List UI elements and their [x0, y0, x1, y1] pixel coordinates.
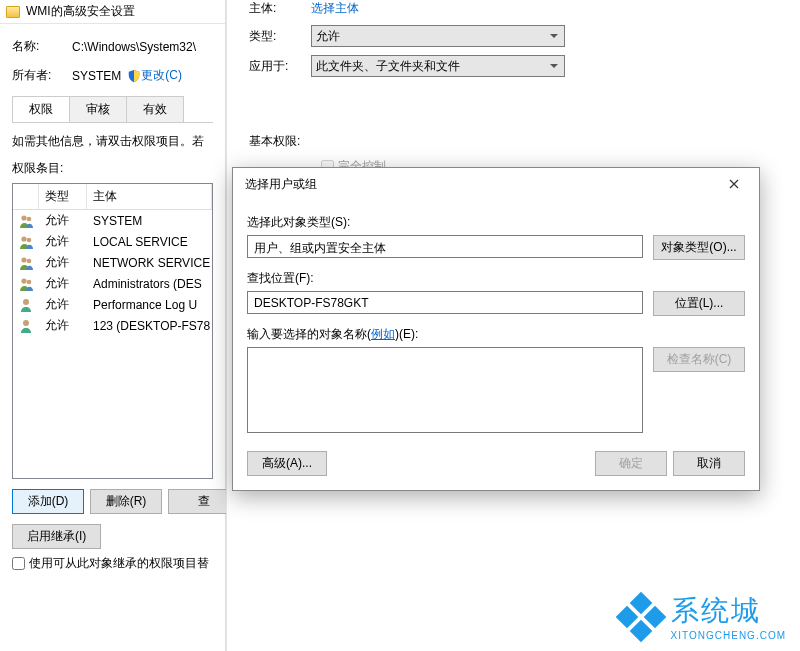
add-button[interactable]: 添加(D)	[12, 489, 84, 514]
user-icon	[13, 318, 39, 334]
advanced-security-window: WMI的高级安全设置 名称: C:\Windows\System32\ 所有者:…	[0, 0, 226, 651]
svg-point-3	[27, 237, 32, 242]
row-principal: LOCAL SERVICE	[87, 235, 212, 249]
cancel-button[interactable]: 取消	[673, 451, 745, 476]
svg-point-1	[27, 216, 32, 221]
owner-value: SYSTEM	[72, 69, 121, 83]
window-title: WMI的高级安全设置	[26, 3, 135, 20]
close-icon	[729, 179, 739, 189]
locations-button[interactable]: 位置(L)...	[653, 291, 745, 316]
table-row[interactable]: 允许Performance Log U	[13, 294, 212, 315]
dialog-title: 选择用户或组	[245, 176, 317, 193]
owner-label: 所有者:	[12, 67, 72, 84]
row-principal: 123 (DESKTOP-FS78	[87, 319, 212, 333]
name-value: C:\Windows\System32\	[72, 40, 196, 54]
user-icon	[13, 234, 39, 250]
window-titlebar[interactable]: WMI的高级安全设置	[0, 0, 225, 24]
svg-point-0	[21, 215, 26, 220]
table-row[interactable]: 允许123 (DESKTOP-FS78	[13, 315, 212, 336]
folder-icon	[6, 6, 20, 18]
table-row[interactable]: 允许NETWORK SERVICE	[13, 252, 212, 273]
select-principal-link[interactable]: 选择主体	[311, 0, 359, 17]
principal-label: 主体:	[249, 0, 311, 17]
applies-label: 应用于:	[249, 58, 311, 75]
info-text: 如需其他信息，请双击权限项目。若	[12, 123, 213, 154]
object-type-field: 用户、组或内置安全主体	[247, 235, 643, 258]
watermark-url: XITONGCHENG.COM	[671, 630, 786, 641]
advanced-button[interactable]: 高级(A)...	[247, 451, 327, 476]
object-type-label: 选择此对象类型(S):	[247, 214, 745, 231]
watermark-text: 系统城	[671, 595, 761, 626]
svg-point-9	[23, 320, 29, 326]
tab-strip: 权限 审核 有效	[12, 96, 213, 123]
object-types-button[interactable]: 对象类型(O)...	[653, 235, 745, 260]
replace-inherit-label: 使用可从此对象继承的权限项目替	[29, 555, 209, 572]
row-principal: Administrators (DES	[87, 277, 212, 291]
close-button[interactable]	[717, 174, 751, 194]
ok-button[interactable]: 确定	[595, 451, 667, 476]
svg-point-2	[21, 236, 26, 241]
tab-auditing[interactable]: 审核	[69, 96, 127, 122]
replace-inherit-checkbox[interactable]	[12, 557, 25, 570]
entries-label: 权限条目:	[12, 154, 213, 183]
example-link[interactable]: 例如	[371, 327, 395, 341]
watermark: 系统城 XITONGCHENG.COM	[619, 592, 786, 641]
row-type: 允许	[39, 317, 87, 334]
row-type: 允许	[39, 275, 87, 292]
shield-icon	[127, 69, 141, 83]
logo-icon	[619, 595, 663, 639]
check-names-button[interactable]: 检查名称(C)	[653, 347, 745, 372]
svg-point-8	[23, 299, 29, 305]
row-type: 允许	[39, 254, 87, 271]
row-principal: Performance Log U	[87, 298, 212, 312]
object-names-label: 输入要选择的对象名称(例如)(E):	[247, 326, 745, 343]
list-header: 类型 主体	[13, 184, 212, 210]
user-icon	[13, 213, 39, 229]
svg-point-6	[21, 278, 26, 283]
svg-point-7	[27, 279, 32, 284]
col-type[interactable]: 类型	[39, 184, 87, 209]
object-names-input[interactable]	[247, 347, 643, 433]
remove-button[interactable]: 删除(R)	[90, 489, 162, 514]
table-row[interactable]: 允许SYSTEM	[13, 210, 212, 231]
tab-permissions[interactable]: 权限	[12, 96, 70, 122]
svg-point-4	[21, 257, 26, 262]
table-row[interactable]: 允许Administrators (DES	[13, 273, 212, 294]
row-type: 允许	[39, 233, 87, 250]
applies-select[interactable]: 此文件夹、子文件夹和文件	[311, 55, 565, 77]
location-label: 查找位置(F):	[247, 270, 745, 287]
user-icon	[13, 276, 39, 292]
row-type: 允许	[39, 212, 87, 229]
row-principal: SYSTEM	[87, 214, 212, 228]
basic-perm-label: 基本权限:	[249, 133, 778, 150]
type-select[interactable]: 允许	[311, 25, 565, 47]
type-label: 类型:	[249, 28, 311, 45]
change-owner-link[interactable]: 更改(C)	[141, 67, 182, 84]
user-icon	[13, 297, 39, 313]
name-label: 名称:	[12, 38, 72, 55]
row-principal: NETWORK SERVICE	[87, 256, 212, 270]
user-icon	[13, 255, 39, 271]
col-principal[interactable]: 主体	[87, 184, 212, 209]
tab-effective[interactable]: 有效	[126, 96, 184, 122]
select-user-group-dialog: 选择用户或组 选择此对象类型(S): 用户、组或内置安全主体 对象类型(O)..…	[232, 167, 760, 491]
row-type: 允许	[39, 296, 87, 313]
permission-list[interactable]: 类型 主体 允许SYSTEM允许LOCAL SERVICE允许NETWORK S…	[12, 183, 213, 479]
table-row[interactable]: 允许LOCAL SERVICE	[13, 231, 212, 252]
svg-point-5	[27, 258, 32, 263]
enable-inherit-button[interactable]: 启用继承(I)	[12, 524, 101, 549]
location-field: DESKTOP-FS78GKT	[247, 291, 643, 314]
